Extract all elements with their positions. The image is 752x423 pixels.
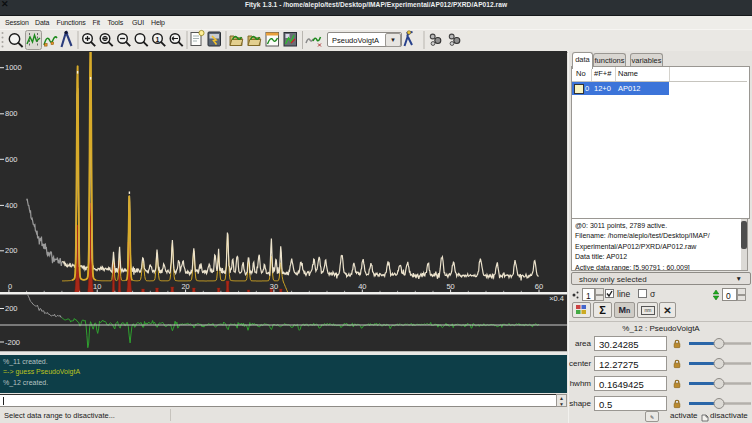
svg-text:800: 800 xyxy=(5,109,18,118)
svg-text:600: 600 xyxy=(5,155,18,164)
svg-text:200: 200 xyxy=(5,246,18,255)
svg-text:×0.4: ×0.4 xyxy=(549,294,564,303)
svg-text:40: 40 xyxy=(358,282,366,291)
svg-text:200: 200 xyxy=(5,304,18,313)
svg-text:60: 60 xyxy=(535,282,543,291)
svg-text:10: 10 xyxy=(93,282,101,291)
svg-text:400: 400 xyxy=(5,201,18,210)
svg-text:-200: -200 xyxy=(5,338,20,347)
svg-text:50: 50 xyxy=(446,282,454,291)
svg-text:30: 30 xyxy=(270,282,278,291)
svg-text:1000: 1000 xyxy=(5,63,22,72)
svg-text:20: 20 xyxy=(181,282,189,291)
svg-text:0: 0 xyxy=(8,282,12,291)
